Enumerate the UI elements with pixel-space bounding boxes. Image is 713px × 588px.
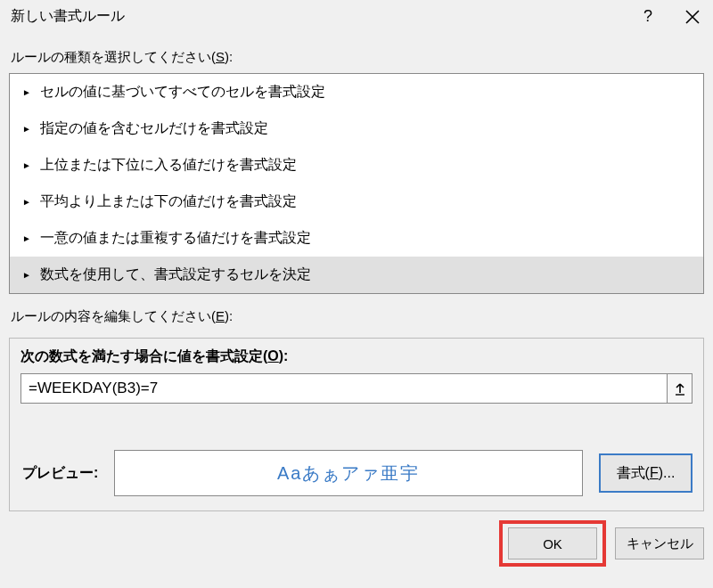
rule-type-item-label: 上位または下位に入る値だけを書式設定	[40, 156, 297, 175]
rule-type-item[interactable]: ►セルの値に基づいてすべてのセルを書式設定	[10, 74, 703, 110]
rule-type-label: ルールの種類を選択してください(S):	[0, 35, 713, 73]
titlebar-right: ?	[643, 7, 701, 26]
formula-label: 次の数式を満たす場合に値を書式設定(O):	[20, 347, 693, 366]
preview-row: プレビュー: Aaあぁアァ亜宇 書式(F)...	[20, 450, 693, 496]
list-marker-icon: ►	[22, 197, 31, 207]
rule-type-item-label: 一意の値または重複する値だけを書式設定	[40, 229, 311, 248]
help-icon[interactable]: ?	[643, 7, 652, 26]
titlebar: 新しい書式ルール ?	[0, 0, 713, 35]
list-marker-icon: ►	[22, 124, 31, 134]
preview-label: プレビュー:	[20, 464, 98, 483]
list-marker-icon: ►	[22, 160, 31, 170]
ok-button[interactable]: OK	[508, 527, 597, 559]
ok-highlight: OK	[499, 520, 606, 567]
list-marker-icon: ►	[22, 270, 31, 280]
rule-edit-panel: 次の数式を満たす場合に値を書式設定(O): プレビュー: Aaあぁアァ亜宇 書式…	[9, 338, 704, 511]
rule-type-item-label: 平均より上または下の値だけを書式設定	[40, 192, 297, 211]
dialog-footer: OK キャンセル	[0, 511, 713, 567]
formula-row	[20, 373, 693, 404]
rule-type-list[interactable]: ►セルの値に基づいてすべてのセルを書式設定►指定の値を含むセルだけを書式設定►上…	[9, 73, 704, 294]
rule-type-item[interactable]: ►一意の値または重複する値だけを書式設定	[10, 220, 703, 257]
rule-type-item[interactable]: ►上位または下位に入る値だけを書式設定	[10, 147, 703, 184]
rule-type-item[interactable]: ►数式を使用して、書式設定するセルを決定	[10, 257, 703, 293]
list-marker-icon: ►	[22, 87, 31, 97]
rule-type-item-label: 指定の値を含むセルだけを書式設定	[40, 119, 268, 138]
formula-input[interactable]	[20, 373, 668, 404]
preview-box: Aaあぁアァ亜宇	[114, 450, 583, 496]
rule-type-item-label: 数式を使用して、書式設定するセルを決定	[40, 265, 311, 284]
format-button[interactable]: 書式(F)...	[599, 453, 693, 493]
close-icon[interactable]	[684, 9, 701, 25]
cancel-button[interactable]: キャンセル	[615, 527, 704, 559]
list-marker-icon: ►	[22, 233, 31, 243]
rule-type-item[interactable]: ►平均より上または下の値だけを書式設定	[10, 184, 703, 220]
rule-type-item-label: セルの値に基づいてすべてのセルを書式設定	[40, 83, 325, 102]
rule-edit-label: ルールの内容を編集してください(E):	[0, 294, 713, 332]
rule-type-item[interactable]: ►指定の値を含むセルだけを書式設定	[10, 110, 703, 147]
dialog-title: 新しい書式ルール	[11, 7, 125, 26]
collapse-dialog-icon[interactable]	[668, 373, 693, 404]
